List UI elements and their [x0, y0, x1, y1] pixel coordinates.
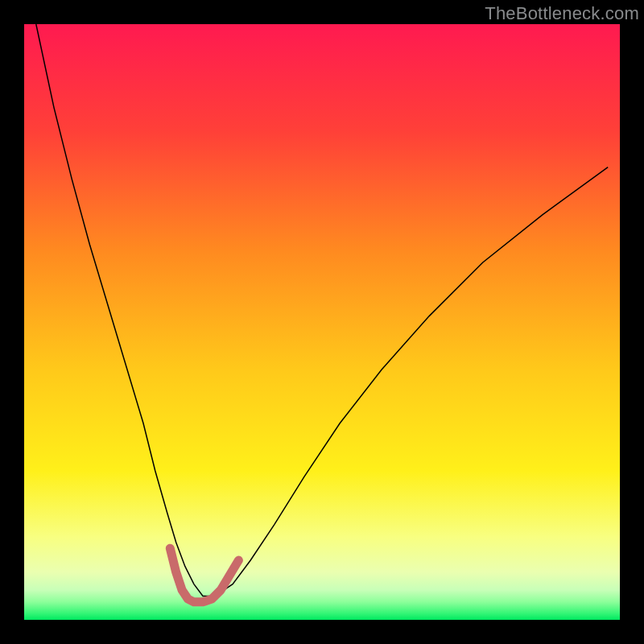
bottleneck-chart [24, 24, 620, 620]
chart-frame: TheBottleneck.com [0, 0, 644, 644]
plot-area [24, 24, 620, 620]
watermark-text: TheBottleneck.com [485, 3, 639, 24]
